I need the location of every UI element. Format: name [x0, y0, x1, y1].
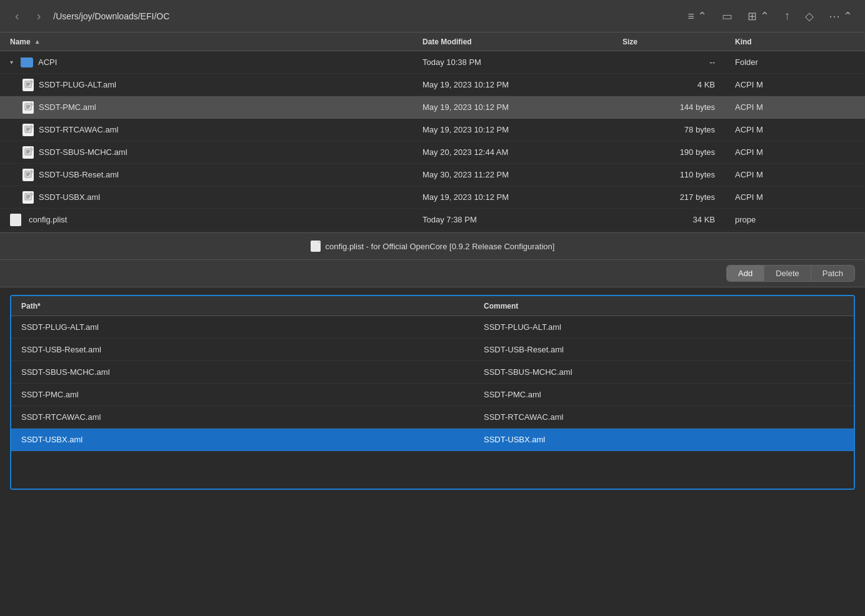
delete-button[interactable]: Delete [764, 265, 811, 282]
finder-toolbar: ‹ › /Users/joy/Downloads/EFI/OC ≡ ⌃ ▭ ⊞ … [0, 0, 865, 32]
file-kind-cell: ACPI M [725, 102, 865, 112]
col-header-size[interactable]: Size [612, 37, 725, 46]
col-comment-header: Comment [474, 302, 854, 310]
tag-icon[interactable]: ◇ [802, 7, 816, 26]
aml-file-icon [22, 146, 34, 159]
aml-file-icon [22, 79, 34, 91]
aml-file-icon [22, 191, 34, 204]
file-list: ▾ ACPI Today 10:38 PM -- Folder SSDT-PLU… [0, 51, 865, 232]
acpi-table-row[interactable]: SSDT-USB-Reset.aml SSDT-USB-Reset.aml [11, 339, 854, 361]
file-kind-cell: ACPI M [725, 125, 865, 134]
more-icon[interactable]: ⋯ ⌃ [826, 7, 855, 26]
file-row[interactable]: ▾ ACPI Today 10:38 PM -- Folder [0, 51, 865, 74]
acpi-table-row[interactable]: SSDT-SBUS-MCHC.aml SSDT-SBUS-MCHC.aml [11, 361, 854, 384]
file-date-cell: May 19, 2023 10:12 PM [412, 80, 612, 89]
file-date-cell: Today 7:38 PM [412, 215, 612, 224]
acpi-table: Path* Comment SSDT-PLUG-ALT.aml SSDT-PLU… [10, 295, 855, 490]
file-row[interactable]: config.plist Today 7:38 PM 34 KB prope [0, 209, 865, 231]
forward-button[interactable]: › [32, 6, 46, 26]
acpi-path-cell: SSDT-SBUS-MCHC.aml [11, 367, 474, 377]
plist-file-icon [311, 241, 321, 252]
file-row[interactable]: SSDT-PMC.aml May 19, 2023 10:12 PM 144 b… [0, 96, 865, 119]
sort-arrow-icon: ▲ [34, 38, 41, 45]
acpi-comment-cell: SSDT-SBUS-MCHC.aml [474, 367, 854, 377]
plist-title: config.plist - for Official OpenCore [0.… [311, 241, 555, 252]
back-button[interactable]: ‹ [10, 6, 24, 26]
file-date-cell: May 19, 2023 10:12 PM [412, 102, 612, 112]
file-row[interactable]: SSDT-USB-Reset.aml May 30, 2023 11:22 PM… [0, 164, 865, 186]
grid-view-icon[interactable]: ⊞ ⌃ [745, 7, 772, 26]
acpi-table-row[interactable]: SSDT-PMC.aml SSDT-PMC.aml [11, 384, 854, 406]
aml-file-icon [22, 169, 34, 181]
col-header-date[interactable]: Date Modified [412, 37, 612, 46]
file-name-cell: SSDT-RTCAWAC.aml [0, 124, 412, 136]
file-row[interactable]: SSDT-PLUG-ALT.aml May 19, 2023 10:12 PM … [0, 74, 865, 96]
file-name-cell: SSDT-SBUS-MCHC.aml [0, 146, 412, 159]
file-size-cell: 78 bytes [612, 125, 725, 134]
list-view-icon[interactable]: ≡ ⌃ [685, 7, 709, 26]
acpi-comment-cell: SSDT-USB-Reset.aml [474, 345, 854, 354]
file-name-cell: SSDT-PMC.aml [0, 101, 412, 114]
file-size-cell: -- [612, 57, 725, 67]
column-headers: Name ▲ Date Modified Size Kind [0, 32, 865, 51]
file-date-cell: May 19, 2023 10:12 PM [412, 125, 612, 134]
file-name-cell: SSDT-USBX.aml [0, 191, 412, 204]
add-button[interactable]: Add [726, 265, 764, 282]
acpi-comment-cell: SSDT-RTCAWAC.aml [474, 412, 854, 422]
file-kind-cell: ACPI M [725, 147, 865, 157]
toolbar-icons: ≡ ⌃ ▭ ⊞ ⌃ ↑ ◇ ⋯ ⌃ [685, 7, 855, 26]
acpi-path-cell: SSDT-RTCAWAC.aml [11, 412, 474, 422]
file-kind-cell: prope [725, 215, 865, 224]
acpi-empty-area [11, 451, 854, 489]
acpi-path-cell: SSDT-PMC.aml [11, 390, 474, 399]
path-display: /Users/joy/Downloads/EFI/OC [53, 11, 678, 21]
acpi-path-cell: SSDT-PLUG-ALT.aml [11, 322, 474, 332]
file-size-cell: 4 KB [612, 80, 725, 89]
acpi-path-cell: SSDT-USB-Reset.aml [11, 345, 474, 354]
file-name-cell: config.plist [0, 214, 412, 226]
plist-title-text: config.plist - for Official OpenCore [0.… [326, 242, 555, 251]
file-row[interactable]: SSDT-SBUS-MCHC.aml May 20, 2023 12:44 AM… [0, 141, 865, 164]
plist-editor: config.plist - for Official OpenCore [0.… [0, 232, 865, 490]
acpi-comment-cell: SSDT-USBX.aml [474, 435, 854, 444]
acpi-table-row[interactable]: SSDT-USBX.aml SSDT-USBX.aml [11, 429, 854, 451]
acpi-table-body: SSDT-PLUG-ALT.aml SSDT-PLUG-ALT.aml SSDT… [11, 316, 854, 489]
aml-file-icon [22, 124, 34, 136]
plist-title-bar: config.plist - for Official OpenCore [0.… [0, 232, 865, 260]
file-size-cell: 34 KB [612, 215, 725, 224]
file-date-cell: May 19, 2023 10:12 PM [412, 192, 612, 202]
acpi-path-cell: SSDT-USBX.aml [11, 435, 474, 444]
sidebar-icon[interactable]: ▭ [719, 7, 735, 26]
file-size-cell: 110 bytes [612, 170, 725, 179]
file-name-cell: SSDT-PLUG-ALT.aml [0, 79, 412, 91]
file-size-cell: 190 bytes [612, 147, 725, 157]
file-kind-cell: Folder [725, 57, 865, 67]
share-icon[interactable]: ↑ [782, 7, 792, 25]
aml-file-icon [22, 101, 34, 114]
file-kind-cell: ACPI M [725, 80, 865, 89]
file-date-cell: May 30, 2023 11:22 PM [412, 170, 612, 179]
col-header-kind[interactable]: Kind [725, 37, 865, 46]
acpi-table-header: Path* Comment [11, 296, 854, 316]
file-date-cell: Today 10:38 PM [412, 57, 612, 67]
col-header-name[interactable]: Name ▲ [0, 37, 412, 46]
file-row[interactable]: SSDT-RTCAWAC.aml May 19, 2023 10:12 PM 7… [0, 119, 865, 141]
acpi-comment-cell: SSDT-PMC.aml [474, 390, 854, 399]
file-name-cell: ▾ ACPI [0, 57, 412, 67]
file-kind-cell: ACPI M [725, 170, 865, 179]
col-path-header: Path* [11, 302, 474, 310]
file-size-cell: 144 bytes [612, 102, 725, 112]
acpi-table-row[interactable]: SSDT-PLUG-ALT.aml SSDT-PLUG-ALT.aml [11, 316, 854, 339]
acpi-table-row[interactable]: SSDT-RTCAWAC.aml SSDT-RTCAWAC.aml [11, 406, 854, 429]
file-kind-cell: ACPI M [725, 192, 865, 202]
file-date-cell: May 20, 2023 12:44 AM [412, 147, 612, 157]
file-row[interactable]: SSDT-USBX.aml May 19, 2023 10:12 PM 217 … [0, 186, 865, 209]
chevron-down-icon: ▾ [10, 59, 13, 66]
file-name-cell: SSDT-USB-Reset.aml [0, 169, 412, 181]
patch-button[interactable]: Patch [811, 265, 855, 282]
plist-file-icon [10, 214, 21, 226]
editor-toolbar: Add Delete Patch [0, 260, 865, 287]
acpi-comment-cell: SSDT-PLUG-ALT.aml [474, 322, 854, 332]
file-size-cell: 217 bytes [612, 192, 725, 202]
folder-icon [21, 57, 33, 67]
